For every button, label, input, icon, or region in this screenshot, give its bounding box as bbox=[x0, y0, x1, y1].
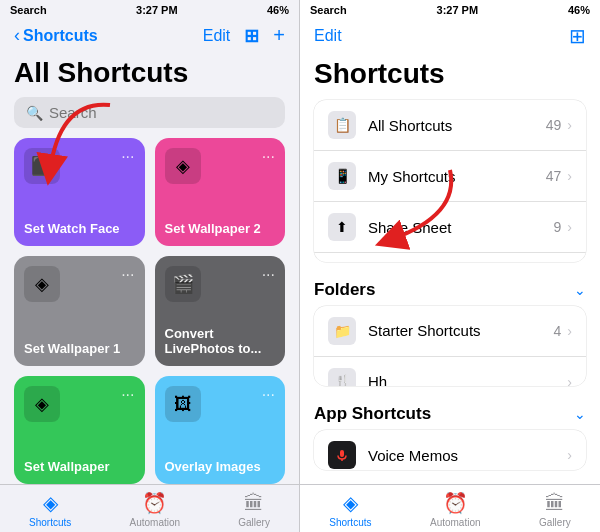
card-menu-icon[interactable]: ··· bbox=[121, 386, 134, 404]
chevron-right-icon: › bbox=[567, 117, 572, 133]
tab-label: Shortcuts bbox=[29, 517, 71, 528]
app-shortcuts-chevron-icon[interactable]: ⌄ bbox=[574, 406, 586, 422]
tab-label: Gallery bbox=[539, 517, 571, 528]
my-shortcuts-label: My Shortcuts bbox=[368, 168, 546, 185]
search-icon: 🔍 bbox=[26, 105, 43, 121]
card-label: Set Watch Face bbox=[24, 221, 135, 236]
shortcut-card-set-wallpaper-2[interactable]: ◈ ··· Set Wallpaper 2 bbox=[155, 138, 286, 246]
card-icon: ◈ bbox=[24, 386, 60, 422]
all-shortcuts-label: All Shortcuts bbox=[368, 117, 546, 134]
list-item-starter-shortcuts[interactable]: 📁 Starter Shortcuts 4 › bbox=[314, 306, 586, 357]
tab-label: Automation bbox=[129, 517, 180, 528]
shortcut-card-set-watch-face[interactable]: ⬛ ··· Set Watch Face bbox=[14, 138, 145, 246]
share-sheet-label: Share Sheet bbox=[368, 219, 554, 236]
chevron-right-icon: › bbox=[567, 219, 572, 235]
shortcuts-tab-icon: ◈ bbox=[43, 491, 58, 515]
all-shortcuts-count: 49 bbox=[546, 117, 562, 133]
gallery-tab-icon: 🏛 bbox=[545, 492, 565, 515]
search-bar[interactable]: 🔍 bbox=[14, 97, 285, 128]
tab-label: Automation bbox=[430, 517, 481, 528]
left-tab-bar: ◈ Shortcuts ⏰ Automation 🏛 Gallery bbox=[0, 484, 299, 532]
right-tab-automation[interactable]: ⏰ Automation bbox=[430, 491, 481, 528]
left-tab-shortcuts[interactable]: ◈ Shortcuts bbox=[29, 491, 71, 528]
right-status-bar: Search 3:27 PM 46% bbox=[300, 0, 600, 20]
card-icon: 🎬 bbox=[165, 266, 201, 302]
add-button[interactable]: + bbox=[273, 24, 285, 47]
card-menu-icon[interactable]: ··· bbox=[121, 266, 134, 284]
right-nav-bar: Edit ⊞ bbox=[300, 20, 600, 54]
nav-actions: Edit ⊞ + bbox=[203, 24, 285, 47]
folders-list-section: 📁 Starter Shortcuts 4 › 🍴 Hh › bbox=[314, 306, 586, 386]
card-menu-icon[interactable]: ··· bbox=[262, 148, 275, 166]
hh-icon: 🍴 bbox=[328, 368, 356, 386]
right-tab-bar: ◈ Shortcuts ⏰ Automation 🏛 Gallery bbox=[300, 484, 600, 532]
main-list-section: 📋 All Shortcuts 49 › 📱 My Shortcuts 47 ›… bbox=[314, 100, 586, 262]
list-item-apple-watch[interactable]: ⌚ Apple Watch 5 › bbox=[314, 253, 586, 262]
shortcuts-tab-icon: ◈ bbox=[343, 491, 358, 515]
right-time: 3:27 PM bbox=[437, 4, 479, 16]
left-carrier: Search bbox=[10, 4, 47, 16]
list-item-all-shortcuts[interactable]: 📋 All Shortcuts 49 › bbox=[314, 100, 586, 151]
automation-tab-icon: ⏰ bbox=[443, 491, 468, 515]
list-item-share-sheet[interactable]: ⬆ Share Sheet 9 › bbox=[314, 202, 586, 253]
right-tab-shortcuts[interactable]: ◈ Shortcuts bbox=[329, 491, 371, 528]
voice-memos-label: Voice Memos bbox=[368, 447, 567, 464]
right-page-title: Shortcuts bbox=[300, 54, 600, 100]
card-label: Convert LivePhotos to... bbox=[165, 326, 276, 356]
search-input[interactable] bbox=[49, 104, 273, 121]
gallery-tab-icon: 🏛 bbox=[244, 492, 264, 515]
card-label: Overlay Images bbox=[165, 459, 276, 474]
list-item-voice-memos[interactable]: Voice Memos › bbox=[314, 430, 586, 470]
all-shortcuts-icon: 📋 bbox=[328, 111, 356, 139]
grid-icon[interactable]: ⊞ bbox=[244, 25, 259, 47]
shortcut-card-overlay-images[interactable]: 🖼 ··· Overlay Images bbox=[155, 376, 286, 484]
list-item-my-shortcuts[interactable]: 📱 My Shortcuts 47 › bbox=[314, 151, 586, 202]
left-tab-automation[interactable]: ⏰ Automation bbox=[129, 491, 180, 528]
folders-section-header: Folders ⌄ bbox=[300, 276, 600, 306]
card-menu-icon[interactable]: ··· bbox=[262, 266, 275, 284]
chevron-right-icon: › bbox=[567, 323, 572, 339]
right-edit-button[interactable]: Edit bbox=[314, 27, 342, 45]
shortcuts-grid: ⬛ ··· Set Watch Face ◈ ··· Set Wallpaper… bbox=[0, 138, 299, 484]
right-nav-icon[interactable]: ⊞ bbox=[569, 24, 586, 48]
folders-title: Folders bbox=[314, 280, 375, 300]
card-label: Set Wallpaper 1 bbox=[24, 341, 135, 356]
tab-label: Shortcuts bbox=[329, 517, 371, 528]
back-button[interactable]: ‹ Shortcuts bbox=[14, 25, 98, 46]
app-shortcuts-section-header: App Shortcuts ⌄ bbox=[300, 400, 600, 430]
right-panel: Search 3:27 PM 46% Edit ⊞ Shortcuts 📋 Al… bbox=[300, 0, 600, 532]
my-shortcuts-icon: 📱 bbox=[328, 162, 356, 190]
shortcut-card-set-wallpaper[interactable]: ◈ ··· Set Wallpaper bbox=[14, 376, 145, 484]
svg-rect-1 bbox=[340, 450, 344, 457]
card-label: Set Wallpaper 2 bbox=[165, 221, 276, 236]
right-battery: 46% bbox=[568, 4, 590, 16]
left-nav-bar: ‹ Shortcuts Edit ⊞ + bbox=[0, 20, 299, 53]
left-time: 3:27 PM bbox=[136, 4, 178, 16]
left-status-bar: Search 3:27 PM 46% bbox=[0, 0, 299, 20]
automation-tab-icon: ⏰ bbox=[142, 491, 167, 515]
share-sheet-count: 9 bbox=[554, 219, 562, 235]
folder-icon: 📁 bbox=[328, 317, 356, 345]
card-icon: 🖼 bbox=[165, 386, 201, 422]
starter-shortcuts-count: 4 bbox=[554, 323, 562, 339]
card-menu-icon[interactable]: ··· bbox=[262, 386, 275, 404]
card-menu-icon[interactable]: ··· bbox=[121, 148, 134, 166]
folders-chevron-icon[interactable]: ⌄ bbox=[574, 282, 586, 298]
right-tab-gallery[interactable]: 🏛 Gallery bbox=[539, 492, 571, 528]
voice-memos-icon bbox=[328, 441, 356, 469]
shortcut-card-set-wallpaper-1[interactable]: ◈ ··· Set Wallpaper 1 bbox=[14, 256, 145, 366]
list-item-hh[interactable]: 🍴 Hh › bbox=[314, 357, 586, 386]
card-icon: ◈ bbox=[24, 266, 60, 302]
edit-button[interactable]: Edit bbox=[203, 27, 231, 45]
left-panel: Search 3:27 PM 46% ‹ Shortcuts Edit ⊞ + … bbox=[0, 0, 300, 532]
share-sheet-icon: ⬆ bbox=[328, 213, 356, 241]
tab-label: Gallery bbox=[238, 517, 270, 528]
chevron-right-icon: › bbox=[567, 447, 572, 463]
chevron-right-icon: › bbox=[567, 374, 572, 386]
card-icon: ◈ bbox=[165, 148, 201, 184]
left-tab-gallery[interactable]: 🏛 Gallery bbox=[238, 492, 270, 528]
starter-shortcuts-label: Starter Shortcuts bbox=[368, 322, 554, 339]
card-icon: ⬛ bbox=[24, 148, 60, 184]
shortcut-card-convert-livephotos[interactable]: 🎬 ··· Convert LivePhotos to... bbox=[155, 256, 286, 366]
left-battery: 46% bbox=[267, 4, 289, 16]
